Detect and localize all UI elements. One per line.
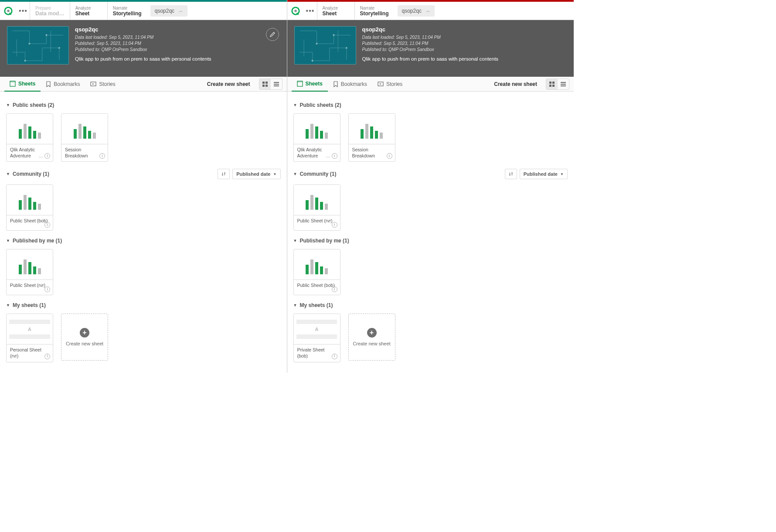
tab-bookmarks[interactable]: Bookmarks bbox=[328, 77, 372, 91]
svg-rect-15 bbox=[274, 84, 279, 85]
collapse-triangle-icon: ▼ bbox=[293, 303, 297, 307]
list-view-button[interactable] bbox=[271, 79, 282, 89]
svg-point-4 bbox=[46, 34, 48, 36]
create-new-sheet-link[interactable]: Create new sheet bbox=[489, 81, 542, 87]
sort-field-select[interactable]: Published date ▼ bbox=[520, 169, 568, 179]
tab-sheets[interactable]: Sheets bbox=[292, 77, 328, 92]
section-header[interactable]: ▼ My sheets (1) bbox=[6, 300, 281, 311]
svg-point-21 bbox=[333, 34, 334, 36]
sheet-card[interactable]: Session Breakdown i bbox=[61, 113, 108, 162]
section-header[interactable]: ▼ Published by me (1) bbox=[6, 235, 281, 246]
info-icon[interactable]: i bbox=[332, 286, 337, 292]
app-description: Qlik app to push from on prem to saas wi… bbox=[75, 56, 211, 61]
nav-narrate[interactable]: Narrate Storytelling bbox=[107, 2, 147, 20]
top-nav: ••• Prepare Data mod… Analyze Sheet Narr… bbox=[0, 2, 287, 20]
sheet-card[interactable]: A Private Sheet (bob) i bbox=[293, 314, 340, 362]
plus-icon: + bbox=[367, 328, 377, 338]
app-thumbnail bbox=[294, 26, 356, 65]
nav-prepare[interactable]: Prepare Data mod… bbox=[30, 2, 70, 20]
sheet-card[interactable]: Qlik Analytic Adventure … i bbox=[6, 113, 53, 162]
info-icon[interactable]: i bbox=[44, 153, 50, 159]
meta-published: Published: Sep 5, 2023, 11:04 PM bbox=[75, 41, 211, 47]
chevron-up-icon: ︿ bbox=[426, 8, 430, 14]
sheet-thumb bbox=[294, 114, 340, 144]
sort-field-select[interactable]: Published date ▼ bbox=[232, 169, 280, 179]
sheet-card[interactable]: Public Sheet (bob) i bbox=[293, 249, 340, 295]
more-ellipsis: … bbox=[39, 153, 44, 159]
sheet-thumb bbox=[7, 114, 53, 144]
sheet-card[interactable]: Public Sheet (bob) i bbox=[6, 184, 53, 231]
blank-sheet-thumb: A bbox=[294, 314, 340, 344]
grid-view-button[interactable] bbox=[259, 79, 271, 89]
sheet-card[interactable]: Public Sheet (rvr) i bbox=[6, 249, 53, 295]
collapse-triangle-icon: ▼ bbox=[293, 172, 297, 176]
sheet-card[interactable]: Qlik Analytic Adventure … i bbox=[293, 113, 340, 162]
nav-analyze[interactable]: Analyze Sheet bbox=[317, 2, 354, 20]
app-description: Qlik app to push from on prem to saas wi… bbox=[362, 56, 499, 61]
section-header[interactable]: ▼ Public sheets (2) bbox=[6, 99, 281, 111]
create-new-sheet-link[interactable]: Create new sheet bbox=[202, 81, 255, 87]
sheet-card-label: Public Sheet (bob) i bbox=[294, 280, 340, 295]
section-title: My sheets (1) bbox=[13, 302, 46, 308]
app-selector[interactable]: qsop2qc ︿ bbox=[150, 5, 187, 17]
meta-published: Published: Sep 5, 2023, 11:04 PM bbox=[362, 41, 499, 47]
svg-rect-14 bbox=[274, 82, 279, 83]
global-menu[interactable]: ••• bbox=[304, 2, 317, 20]
tab-sheets[interactable]: Sheets bbox=[4, 77, 41, 92]
tab-stories[interactable]: Stories bbox=[372, 77, 408, 91]
view-toggle bbox=[546, 78, 569, 90]
section-title: Published by me (1) bbox=[300, 238, 349, 244]
sheet-card[interactable]: A Personal Sheet (rvr) i bbox=[6, 314, 53, 362]
info-icon[interactable]: i bbox=[332, 153, 337, 159]
section-header[interactable]: ▼ Community (1) Published date ▼ bbox=[293, 166, 568, 182]
collapse-triangle-icon: ▼ bbox=[6, 303, 10, 307]
list-view-button[interactable] bbox=[558, 79, 569, 89]
sheet-thumb bbox=[294, 185, 340, 215]
section-header[interactable]: ▼ Published by me (1) bbox=[293, 235, 568, 246]
sheet-card[interactable]: Public Sheet (rvr) i bbox=[293, 184, 340, 231]
section-header[interactable]: ▼ My sheets (1) bbox=[293, 300, 568, 311]
nav-narrate[interactable]: Narrate Storytelling bbox=[354, 2, 394, 20]
sort-direction-button[interactable] bbox=[218, 169, 230, 179]
sheet-card[interactable]: Session Breakdown i bbox=[348, 113, 395, 162]
sort-direction-button[interactable] bbox=[505, 169, 517, 179]
global-menu[interactable]: ••• bbox=[17, 2, 30, 20]
sheet-thumb bbox=[349, 114, 395, 144]
tab-stories[interactable]: Stories bbox=[85, 77, 120, 91]
svg-rect-16 bbox=[274, 85, 279, 86]
info-icon[interactable]: i bbox=[44, 286, 50, 292]
info-icon[interactable]: i bbox=[387, 153, 392, 159]
create-new-sheet-label: Create new sheet bbox=[353, 341, 390, 346]
sheet-card-label: Session Breakdown i bbox=[61, 144, 108, 161]
svg-rect-33 bbox=[561, 85, 566, 86]
sheet-thumb bbox=[61, 114, 108, 144]
svg-rect-11 bbox=[265, 82, 268, 84]
chevron-up-icon: ︿ bbox=[179, 8, 183, 14]
create-new-sheet-card[interactable]: + Create new sheet bbox=[61, 314, 108, 361]
qlik-logo[interactable] bbox=[287, 2, 304, 20]
collapse-triangle-icon: ▼ bbox=[293, 103, 297, 107]
section-title: Community (1) bbox=[300, 171, 336, 177]
sheet-card-label: Public Sheet (bob) i bbox=[7, 215, 53, 230]
svg-rect-28 bbox=[552, 82, 555, 84]
qlik-logo[interactable] bbox=[0, 2, 17, 20]
top-nav: ••• Analyze Sheet Narrate Storytelling q… bbox=[287, 2, 574, 20]
info-icon[interactable]: i bbox=[44, 222, 50, 228]
info-icon[interactable]: i bbox=[332, 222, 337, 228]
nav-analyze[interactable]: Analyze Sheet bbox=[70, 2, 107, 20]
info-icon[interactable]: i bbox=[99, 153, 105, 159]
create-new-sheet-card[interactable]: + Create new sheet bbox=[348, 314, 395, 361]
section-title: My sheets (1) bbox=[300, 302, 333, 308]
tab-bookmarks[interactable]: Bookmarks bbox=[41, 77, 85, 91]
grid-view-button[interactable] bbox=[546, 79, 558, 89]
sheet-thumb bbox=[294, 249, 340, 280]
edit-button[interactable] bbox=[266, 28, 279, 41]
section-header[interactable]: ▼ Community (1) Published date ▼ bbox=[6, 166, 281, 182]
section-header[interactable]: ▼ Public sheets (2) bbox=[293, 99, 568, 111]
info-icon[interactable]: i bbox=[332, 354, 337, 359]
app-selector[interactable]: qsop2qc ︿ bbox=[398, 5, 435, 17]
svg-rect-27 bbox=[549, 82, 551, 84]
svg-rect-32 bbox=[561, 84, 566, 85]
svg-point-3 bbox=[29, 43, 31, 44]
info-icon[interactable]: i bbox=[44, 354, 50, 359]
